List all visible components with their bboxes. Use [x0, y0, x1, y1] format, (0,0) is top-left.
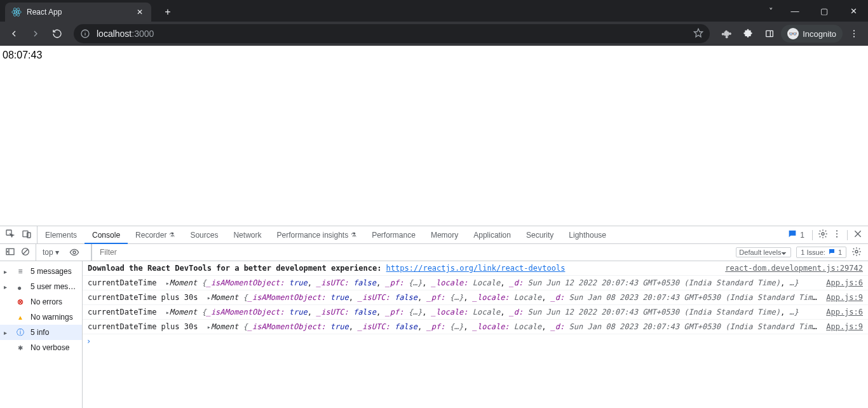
- window-maximize-button[interactable]: ▢: [810, 0, 839, 22]
- svg-point-11: [853, 33, 855, 34]
- svg-point-0: [16, 11, 18, 13]
- log-source-link[interactable]: App.js:9: [820, 293, 863, 302]
- sidebar-item-warnings[interactable]: No warnings: [0, 309, 82, 325]
- tab-title: React App: [27, 8, 130, 17]
- window-minimize-button[interactable]: —: [780, 0, 810, 22]
- console-log-line[interactable]: currentDateTime plus 30s ▸Moment {_isAMo…: [83, 290, 868, 305]
- console-log-line[interactable]: currentDateTime ▸Moment {_isAMomentObjec…: [83, 305, 868, 320]
- page-viewport: 08:07:43 ElementsConsoleRecorder⚗Sources…: [0, 46, 868, 408]
- svg-point-17: [836, 230, 837, 231]
- devtools-close-icon[interactable]: [853, 229, 863, 241]
- inspect-element-icon[interactable]: [5, 229, 15, 241]
- sidepanel-icon[interactable]: [759, 24, 780, 44]
- log-source-link[interactable]: react-dom.development.js:29742: [719, 264, 863, 273]
- reload-button[interactable]: [47, 24, 67, 44]
- console-filter-input[interactable]: [97, 244, 729, 261]
- devtools-tab-console[interactable]: Console: [85, 226, 128, 243]
- console-log-line[interactable]: Download the React DevTools for a better…: [83, 261, 868, 276]
- forward-button[interactable]: [25, 24, 46, 44]
- console-settings-icon[interactable]: [851, 247, 862, 259]
- react-favicon-icon: [11, 7, 22, 17]
- tab-close-button[interactable]: ✕: [135, 7, 145, 17]
- devtools-tab-network[interactable]: Network: [226, 226, 269, 243]
- url-host: localhost: [97, 29, 132, 39]
- svg-point-19: [836, 236, 837, 238]
- experiment-icon: ⚗: [351, 231, 356, 238]
- extension-1-icon[interactable]: [716, 24, 736, 44]
- console-sidebar-toggle-icon[interactable]: [5, 247, 15, 259]
- devtools-tab-application[interactable]: Application: [466, 226, 519, 243]
- log-levels-select[interactable]: Default levels: [736, 247, 791, 257]
- device-toggle-icon[interactable]: [22, 229, 32, 241]
- devtools-tab-elements[interactable]: Elements: [37, 226, 85, 243]
- browser-tab[interactable]: React App ✕: [5, 3, 151, 22]
- context-selector[interactable]: top ▾: [43, 248, 59, 257]
- caret-icon: ▸: [4, 329, 10, 336]
- sidebar-item-label: No warnings: [31, 313, 79, 322]
- new-tab-button[interactable]: +: [159, 3, 177, 22]
- devtools-tab-lighthouse[interactable]: Lighthouse: [561, 226, 614, 243]
- experiment-icon: ⚗: [169, 231, 175, 238]
- svg-point-12: [853, 36, 855, 37]
- incognito-icon: 👓: [787, 28, 799, 39]
- tabs-caret-button[interactable]: ˅: [761, 0, 780, 22]
- log-source-link[interactable]: App.js:9: [820, 322, 863, 331]
- address-bar[interactable]: localhost:3000: [74, 24, 710, 43]
- svg-point-16: [822, 233, 824, 235]
- devtools-settings-icon[interactable]: [818, 229, 828, 241]
- devtools-tab-sources[interactable]: Sources: [182, 226, 226, 243]
- devtools-tab-performance-insights[interactable]: Performance insights⚗: [269, 226, 364, 243]
- url-text: localhost:3000: [97, 29, 154, 39]
- issues-badge[interactable]: 1: [785, 228, 807, 241]
- svg-line-25: [23, 249, 28, 254]
- caret-icon: ▸: [4, 283, 10, 290]
- console-log-line[interactable]: currentDateTime plus 30s ▸Moment {_isAMo…: [83, 320, 868, 334]
- window-controls: ˅ — ▢ ✕: [761, 0, 868, 22]
- sidebar-item-info[interactable]: ▸5 info: [0, 325, 82, 340]
- devtools-tab-memory[interactable]: Memory: [423, 226, 466, 243]
- devtools-tab-recorder[interactable]: Recorder⚗: [128, 226, 182, 243]
- console-clear-icon[interactable]: [20, 247, 31, 259]
- kebab-menu-button[interactable]: [844, 24, 864, 44]
- svg-point-10: [853, 30, 855, 31]
- devtools-body: ▸5 messages▸5 user mess…No errorsNo warn…: [0, 261, 868, 408]
- browser-toolbar: localhost:3000 👓 Incognito: [0, 22, 868, 46]
- user-icon: [15, 283, 25, 290]
- errors-icon: [15, 297, 25, 306]
- log-source-link[interactable]: App.js:6: [820, 278, 863, 287]
- sidebar-item-label: 5 user mess…: [31, 282, 79, 291]
- sidebar-item-messages[interactable]: ▸5 messages: [0, 264, 82, 279]
- devtools-tab-security[interactable]: Security: [519, 226, 561, 243]
- devtools-tab-performance[interactable]: Performance: [364, 226, 423, 243]
- log-source-link[interactable]: App.js:6: [820, 308, 863, 316]
- chat-icon: [787, 229, 797, 241]
- sidebar-item-label: 5 info: [31, 328, 79, 337]
- extensions-icon[interactable]: [738, 24, 758, 44]
- react-devtools-link[interactable]: https://reactjs.org/link/react-devtools: [386, 264, 566, 273]
- back-button[interactable]: [4, 24, 24, 44]
- app-time-text: 08:07:43: [0, 46, 868, 65]
- issues-badge-count: 1: [800, 231, 804, 240]
- site-info-icon[interactable]: [80, 29, 90, 39]
- console-prompt[interactable]: ›: [83, 334, 868, 348]
- sidebar-item-label: No verbose: [31, 343, 79, 352]
- devtools-kebab-icon[interactable]: [832, 229, 842, 241]
- incognito-chip[interactable]: 👓 Incognito: [781, 25, 843, 43]
- sidebar-item-label: 5 messages: [31, 267, 79, 276]
- verbose-icon: [15, 344, 25, 351]
- devtools-panel: ElementsConsoleRecorder⚗SourcesNetworkPe…: [0, 226, 868, 408]
- console-toolbar: top ▾ Default levels 1 Issue: 1: [0, 244, 868, 261]
- sidebar-item-user[interactable]: ▸5 user mess…: [0, 279, 82, 294]
- console-sidebar: ▸5 messages▸5 user mess…No errorsNo warn…: [0, 261, 83, 408]
- warnings-icon: [15, 314, 25, 321]
- info-icon: [15, 327, 25, 338]
- bookmark-star-icon[interactable]: [693, 28, 703, 40]
- sidebar-item-errors[interactable]: No errors: [0, 294, 82, 309]
- live-expression-icon[interactable]: [64, 247, 85, 257]
- console-log-line[interactable]: currentDateTime ▸Moment {_isAMomentObjec…: [83, 276, 868, 290]
- issues-pill[interactable]: 1 Issue: 1: [796, 247, 846, 258]
- sidebar-item-verbose[interactable]: No verbose: [0, 340, 82, 355]
- devtools-tabstrip: ElementsConsoleRecorder⚗SourcesNetworkPe…: [0, 226, 868, 244]
- svg-point-6: [85, 31, 85, 32]
- window-close-button[interactable]: ✕: [839, 0, 868, 22]
